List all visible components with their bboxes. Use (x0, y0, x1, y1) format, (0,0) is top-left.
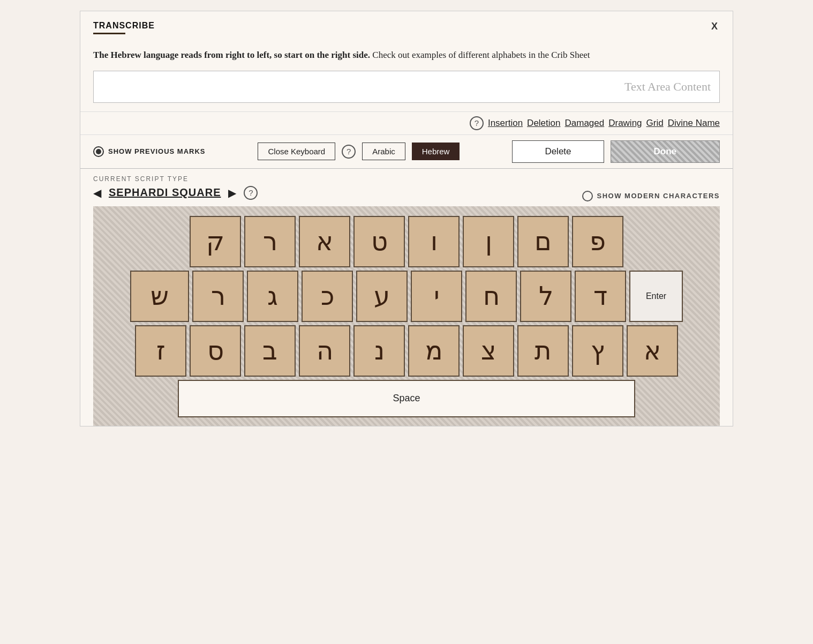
key-gimel[interactable]: ג (247, 271, 298, 322)
toolbar-divine-name-link[interactable]: Divine Name (668, 118, 720, 129)
key-dalet[interactable]: ד (575, 271, 626, 322)
key-bet[interactable]: ב (244, 325, 296, 377)
enter-key[interactable]: Enter (629, 271, 683, 322)
text-area-wrapper[interactable]: Text Area Content (93, 71, 720, 103)
show-modern-row: SHOW MODERN CHARACTERS (582, 191, 720, 201)
radio-inner (96, 149, 101, 154)
toolbar-grid-link[interactable]: Grid (646, 118, 664, 129)
script-nav-full: ◀ SEPHARDI SQUARE ▶ ? SHOW MODERN CHARAC… (93, 186, 720, 206)
show-marks-radio[interactable] (93, 146, 104, 157)
keyboard-bg: ק ר א ט ו ן ם פ ש ר ג כ ע י ח ל ד Enter (93, 206, 720, 426)
hebrew-button[interactable]: Hebrew (412, 143, 460, 160)
show-modern-label: SHOW MODERN CHARACTERS (597, 192, 720, 200)
show-marks-text: SHOW PREVIOUS MARKS (108, 147, 206, 155)
key-samech[interactable]: ס (190, 325, 241, 377)
key-het[interactable]: ח (465, 271, 517, 322)
key-row-2: ש ר ג כ ע י ח ל ד Enter (102, 271, 711, 322)
text-area-placeholder: Text Area Content (102, 80, 711, 94)
key-mem-final[interactable]: ם (517, 216, 569, 267)
toolbar-help-icon[interactable]: ? (470, 116, 484, 130)
key-tet[interactable]: ט (353, 216, 405, 267)
key-resh[interactable]: ר (244, 216, 296, 267)
key-yod[interactable]: י (411, 271, 462, 322)
key-tav[interactable]: ת (517, 325, 569, 377)
controls-help-icon[interactable]: ? (342, 145, 356, 159)
close-keyboard-button[interactable]: Close Keyboard (258, 143, 335, 160)
show-modern-radio[interactable] (582, 191, 593, 201)
key-row-1: ק ר א ט ו ן ם פ (102, 216, 711, 267)
space-bar-row: Space (102, 380, 711, 417)
instruction-text: The Hebrew language reads from right to … (80, 39, 733, 71)
script-type-label: CURRENT SCRIPT TYPE (93, 175, 720, 183)
keyboard-section: CURRENT SCRIPT TYPE ◀ SEPHARDI SQUARE ▶ … (80, 168, 733, 426)
keyboard-help-icon[interactable]: ? (244, 186, 258, 200)
modal-title-block: TRANSCRIBE (93, 21, 155, 34)
next-script-button[interactable]: ▶ (228, 186, 236, 199)
script-name: SEPHARDI SQUARE (109, 186, 221, 199)
key-kaf[interactable]: כ (302, 271, 353, 322)
close-button[interactable]: X (709, 21, 720, 32)
instruction-normal: Check out examples of different alphabet… (370, 50, 590, 60)
toolbar-deletion-link[interactable]: Deletion (527, 118, 560, 129)
modal-header: TRANSCRIBE X (80, 11, 733, 39)
key-pe[interactable]: פ (572, 216, 623, 267)
key-qof[interactable]: ק (190, 216, 241, 267)
key-lamed[interactable]: ל (520, 271, 571, 322)
key-row-3: ז ס ב ה נ מ צ ת ץ א (102, 325, 711, 377)
key-he[interactable]: ה (299, 325, 350, 377)
key-alef2[interactable]: א (627, 325, 678, 377)
toolbar-insertion-link[interactable]: Insertion (488, 118, 523, 129)
show-marks-label: SHOW PREVIOUS MARKS (93, 146, 206, 157)
done-button[interactable]: Done (611, 140, 720, 163)
key-ayin[interactable]: ע (356, 271, 408, 322)
toolbar-row: ? Insertion Deletion Damaged Drawing Gri… (80, 111, 733, 134)
toolbar-drawing-link[interactable]: Drawing (608, 118, 642, 129)
title-underline (93, 33, 125, 34)
key-nun-final[interactable]: ן (463, 216, 514, 267)
script-nav: ◀ SEPHARDI SQUARE ▶ ? (93, 186, 258, 200)
space-bar[interactable]: Space (178, 380, 635, 417)
prev-script-button[interactable]: ◀ (93, 186, 101, 199)
key-shin[interactable]: ש (130, 271, 189, 322)
modal-title: TRANSCRIBE (93, 21, 155, 31)
space-label: Space (393, 393, 420, 404)
key-alef[interactable]: א (299, 216, 350, 267)
key-tsadi-final[interactable]: ץ (572, 325, 623, 377)
enter-label: Enter (646, 291, 666, 301)
key-vav[interactable]: ו (408, 216, 460, 267)
key-zayin[interactable]: ז (135, 325, 186, 377)
controls-row: SHOW PREVIOUS MARKS Close Keyboard ? Ara… (80, 134, 733, 168)
instruction-bold: The Hebrew language reads from right to … (93, 50, 370, 60)
key-tsadi[interactable]: צ (463, 325, 514, 377)
transcribe-modal: TRANSCRIBE X The Hebrew language reads f… (80, 11, 733, 426)
arabic-button[interactable]: Arabic (362, 143, 405, 160)
key-resh2[interactable]: ר (192, 271, 244, 322)
delete-button[interactable]: Delete (512, 140, 604, 163)
key-nun[interactable]: נ (353, 325, 405, 377)
toolbar-damaged-link[interactable]: Damaged (564, 118, 604, 129)
key-mem[interactable]: מ (408, 325, 460, 377)
